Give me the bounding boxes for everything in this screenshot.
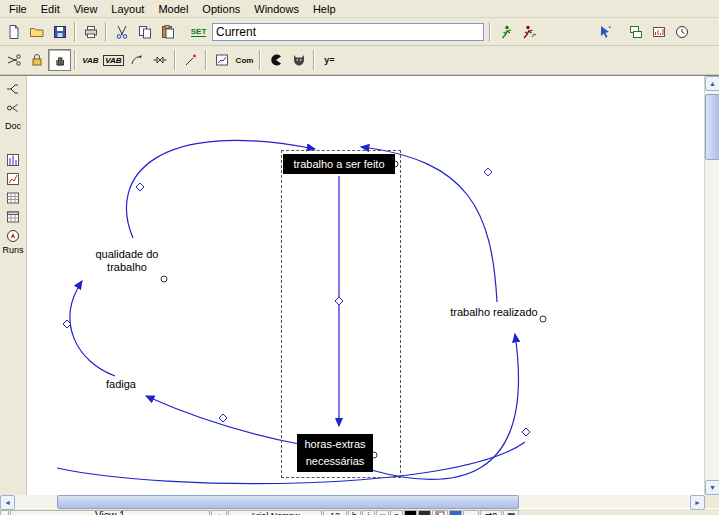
link-fadiga-to-qualidade[interactable] <box>70 281 115 376</box>
node-trabalho-realizado[interactable]: trabalho realizado <box>444 306 544 319</box>
tile-windows-button[interactable] <box>624 21 647 43</box>
link-handle[interactable] <box>136 183 144 191</box>
status-grip[interactable] <box>0 510 9 515</box>
link-handle[interactable] <box>484 168 492 176</box>
save-button[interactable] <box>48 21 71 43</box>
dataset-grid-icon <box>5 209 21 225</box>
vertical-scrollbar[interactable]: ▲ ▼ <box>704 76 719 495</box>
lock-tool[interactable] <box>25 49 48 71</box>
open-button[interactable] <box>25 21 48 43</box>
node-trabalho-a-ser-feito[interactable]: trabalho a ser feito <box>283 154 395 174</box>
sketch-cut-tool[interactable] <box>2 49 25 71</box>
view-dropdown-button[interactable]: ↓ <box>211 510 227 515</box>
strike-button[interactable]: s <box>390 510 403 515</box>
text-color-swatch[interactable] <box>404 510 417 515</box>
cut-button[interactable] <box>110 21 133 43</box>
copy-button[interactable] <box>133 21 156 43</box>
equation-tool[interactable]: y= <box>318 49 341 71</box>
vertical-scroll-thumb[interactable] <box>705 94 719 160</box>
synthesim-button[interactable] <box>517 21 540 43</box>
link-handle[interactable] <box>219 414 227 422</box>
font-size-box[interactable]: 12 <box>323 510 347 515</box>
runner-icon <box>498 24 514 40</box>
view-name-box[interactable]: View 1 <box>10 510 210 515</box>
current-dataset-input[interactable] <box>212 23 484 41</box>
menu-view[interactable]: View <box>67 2 105 16</box>
scroll-up-button[interactable]: ▲ <box>705 76 719 91</box>
bold-button[interactable]: b <box>348 510 361 515</box>
arrow-width-button[interactable]: ⇄0 <box>480 510 502 515</box>
horizontal-scroll-track[interactable] <box>15 495 690 508</box>
chart-window-icon <box>651 24 667 40</box>
clock-icon <box>674 24 690 40</box>
vertical-scroll-track[interactable] <box>705 91 719 480</box>
runs-label: Runs <box>2 245 23 256</box>
print-button[interactable] <box>79 21 102 43</box>
sketch-canvas[interactable]: trabalho a ser feito horas-extras necess… <box>27 76 704 495</box>
scissors-icon <box>114 24 130 40</box>
horizontal-scroll-thumb[interactable] <box>57 495 519 509</box>
toolbar-separator <box>313 50 315 70</box>
highlight-color-swatch[interactable] <box>449 510 462 515</box>
runs-compass-tool[interactable] <box>2 226 24 245</box>
dataset-tool[interactable] <box>2 207 24 226</box>
node-fadiga[interactable]: fadiga <box>99 378 143 391</box>
dataset-set-button[interactable]: SET <box>187 21 210 43</box>
paste-button[interactable] <box>156 21 179 43</box>
runner-chart-icon <box>521 24 537 40</box>
pointer-run-button[interactable] <box>593 21 616 43</box>
line-graph-icon <box>5 171 21 187</box>
link-handle[interactable] <box>522 428 530 436</box>
scroll-left-button[interactable]: ◄ <box>0 495 15 510</box>
io-object-tool[interactable] <box>210 49 233 71</box>
comment-tool[interactable]: Com <box>233 49 256 71</box>
arrow-style-button[interactable]: → <box>463 510 479 515</box>
box-variable-tool[interactable]: VAB <box>102 49 125 71</box>
node-qualidade-do-trabalho[interactable]: qualidade do trabalho <box>85 248 169 274</box>
scrollbar-corner <box>705 495 719 508</box>
font-name-box[interactable]: Arial Narrow <box>228 510 322 515</box>
rate-tool[interactable] <box>148 49 171 71</box>
menu-edit[interactable]: Edit <box>34 2 67 16</box>
menu-layout[interactable]: Layout <box>104 2 151 16</box>
move-size-tool[interactable] <box>48 49 71 71</box>
scroll-down-button[interactable]: ▼ <box>705 480 719 495</box>
position-button[interactable] <box>432 510 448 515</box>
underline-button[interactable]: u <box>376 510 389 515</box>
node-label-line: trabalho <box>85 261 169 274</box>
arrow-tool[interactable] <box>125 49 148 71</box>
graph-tool[interactable] <box>2 169 24 188</box>
node-horas-extras[interactable]: horas-extras necessárias <box>297 434 373 472</box>
italic-button[interactable]: i <box>362 510 375 515</box>
shape-color-swatch[interactable] <box>418 510 431 515</box>
simulate-button[interactable] <box>494 21 517 43</box>
variable-tool[interactable]: VAB <box>79 49 102 71</box>
horizontal-scrollbar[interactable]: ◄ ► <box>0 495 719 508</box>
vensim-window: File Edit View Layout Model Options Wind… <box>0 0 719 515</box>
position-icon <box>435 511 445 515</box>
menu-options[interactable]: Options <box>195 2 247 16</box>
scroll-right-button[interactable]: ► <box>690 495 705 510</box>
toolbar-separator <box>489 22 491 42</box>
strip-graph-tool[interactable] <box>2 150 24 169</box>
open-folder-icon <box>29 24 45 40</box>
blue-pointer-icon <box>597 24 613 40</box>
shadow-variable-tool[interactable] <box>179 49 202 71</box>
document-tool[interactable]: Doc <box>2 117 24 136</box>
menu-windows[interactable]: Windows <box>247 2 306 16</box>
menu-file[interactable]: File <box>2 2 34 16</box>
io-graph-icon <box>214 52 230 68</box>
hide-level-button[interactable]: ▦ <box>503 510 519 515</box>
clock-button[interactable] <box>670 21 693 43</box>
toolbar-separator <box>74 50 76 70</box>
table-tool[interactable] <box>2 188 24 207</box>
output-window-button[interactable] <box>647 21 670 43</box>
delete-tool[interactable] <box>287 49 310 71</box>
label-handle[interactable] <box>161 276 167 282</box>
new-button[interactable] <box>2 21 25 43</box>
uses-tree-tool[interactable] <box>2 98 24 117</box>
causes-tree-tool[interactable] <box>2 79 24 98</box>
menu-model[interactable]: Model <box>151 2 195 16</box>
merge-tool[interactable] <box>264 49 287 71</box>
menu-help[interactable]: Help <box>306 2 343 16</box>
